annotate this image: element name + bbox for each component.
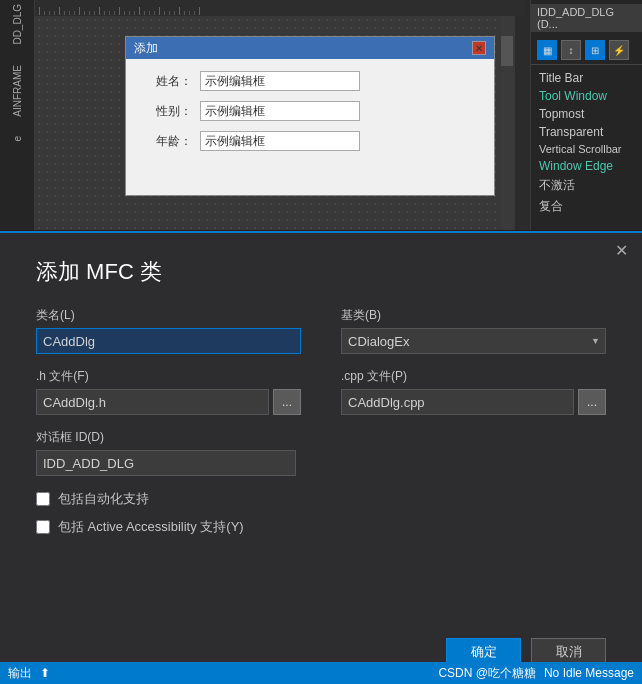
checkbox-automation[interactable] (36, 492, 50, 506)
panel-item-title-bar[interactable]: Title Bar (531, 69, 642, 87)
cpp-file-group: ... (341, 389, 606, 415)
canvas-scrollbar[interactable] (501, 16, 513, 230)
h-file-browse-button[interactable]: ... (273, 389, 301, 415)
form-group-classname: 类名(L) (36, 307, 301, 354)
base-class-select[interactable]: CDialogEx CDialog CWnd (341, 328, 606, 354)
checkboxes-area: 包括自动化支持 包括 Active Accessibility 支持(Y) (36, 490, 606, 536)
preview-input-2[interactable] (200, 101, 360, 121)
status-message: No Idle Message (544, 666, 634, 680)
class-name-label: 类名(L) (36, 307, 301, 324)
main-dialog: ✕ 添加 MFC 类 类名(L) 基类(B) CDialogEx CDialog… (0, 231, 642, 684)
canvas-area: 添加 ✕ 姓名： 性别： 年龄： (35, 16, 515, 230)
arrow-icon: ⬆ (40, 666, 50, 680)
dialog-preview-window: 添加 ✕ 姓名： 性别： 年龄： (125, 36, 495, 196)
status-bar-right: CSDN @吃个糖糖 No Idle Message (438, 665, 634, 682)
base-class-select-wrapper: CDialogEx CDialog CWnd (341, 328, 606, 354)
right-panel-icons: ▦ ↕ ⊞ ⚡ (531, 36, 642, 65)
preview-field-1: 姓名： (142, 71, 478, 91)
h-file-label: .h 文件(F) (36, 368, 301, 385)
left-label-3: e (12, 136, 23, 142)
preview-label-3: 年龄： (142, 133, 192, 150)
status-bar: 输出 ⬆ CSDN @吃个糖糖 No Idle Message (0, 662, 642, 684)
dialog-preview-body: 姓名： 性别： 年龄： (126, 59, 494, 173)
form-row-3: 对话框 ID(D) (36, 429, 606, 476)
panel-item-topmost[interactable]: Topmost (531, 105, 642, 123)
right-panel: IDD_ADD_DLG (D... ▦ ↕ ⊞ ⚡ Title Bar Tool… (530, 0, 642, 230)
cpp-file-browse-button[interactable]: ... (578, 389, 606, 415)
output-label: 输出 (8, 665, 32, 682)
checkbox-row-1: 包括自动化支持 (36, 490, 606, 508)
dialog-title: 添加 MFC 类 (0, 233, 642, 307)
panel-item-inactive[interactable]: 不激活 (531, 175, 642, 196)
checkbox-accessibility[interactable] (36, 520, 50, 534)
dialog-id-label: 对话框 ID(D) (36, 429, 296, 446)
left-label-1: DD_DLG (12, 4, 23, 45)
preview-label-2: 性别： (142, 103, 192, 120)
panel-item-window-edge[interactable]: Window Edge (531, 157, 642, 175)
panel-item-vertical-scrollbar[interactable]: Vertical Scrollbar (531, 141, 642, 157)
checkbox-automation-label: 包括自动化支持 (58, 490, 149, 508)
panel-item-tool-window[interactable]: Tool Window (531, 87, 642, 105)
icon-btn-4[interactable]: ⚡ (609, 40, 629, 60)
panel-item-transparent[interactable]: Transparent (531, 123, 642, 141)
preview-input-3[interactable] (200, 131, 360, 151)
form-group-hfile: .h 文件(F) ... (36, 368, 301, 415)
dialog-preview-titlebar: 添加 ✕ (126, 37, 494, 59)
class-name-input[interactable] (36, 328, 301, 354)
preview-field-3: 年龄： (142, 131, 478, 151)
dialog-preview-close[interactable]: ✕ (472, 41, 486, 55)
checkbox-row-2: 包括 Active Accessibility 支持(Y) (36, 518, 606, 536)
status-bar-left: 输出 ⬆ (8, 665, 438, 682)
preview-area: DD_DLG AINFRAME e (0, 0, 530, 230)
dialog-content: 类名(L) 基类(B) CDialogEx CDialog CWnd .h 文件… (0, 307, 642, 536)
form-row-2: .h 文件(F) ... .cpp 文件(P) ... (36, 368, 606, 415)
left-label-2: AINFRAME (12, 65, 23, 117)
base-class-label: 基类(B) (341, 307, 606, 324)
h-file-group: ... (36, 389, 301, 415)
ruler (35, 0, 525, 16)
icon-btn-3[interactable]: ⊞ (585, 40, 605, 60)
form-row-1: 类名(L) 基类(B) CDialogEx CDialog CWnd (36, 307, 606, 354)
icon-btn-2[interactable]: ↕ (561, 40, 581, 60)
icon-btn-1[interactable]: ▦ (537, 40, 557, 60)
right-panel-title: IDD_ADD_DLG (D... (531, 4, 642, 32)
preview-input-1[interactable] (200, 71, 360, 91)
form-group-cppfile: .cpp 文件(P) ... (341, 368, 606, 415)
csdn-label: CSDN @吃个糖糖 (438, 665, 536, 682)
checkbox-accessibility-label: 包括 Active Accessibility 支持(Y) (58, 518, 244, 536)
cpp-file-label: .cpp 文件(P) (341, 368, 606, 385)
preview-label-1: 姓名： (142, 73, 192, 90)
h-file-input[interactable] (36, 389, 269, 415)
cpp-file-input[interactable] (341, 389, 574, 415)
form-group-baseclass: 基类(B) CDialogEx CDialog CWnd (341, 307, 606, 354)
close-icon[interactable]: ✕ (612, 241, 630, 259)
dialog-preview-title-text: 添加 (134, 40, 158, 57)
preview-field-2: 性别： (142, 101, 478, 121)
dialog-id-input[interactable] (36, 450, 296, 476)
panel-item-compound[interactable]: 复合 (531, 196, 642, 217)
form-group-dialogid: 对话框 ID(D) (36, 429, 296, 476)
